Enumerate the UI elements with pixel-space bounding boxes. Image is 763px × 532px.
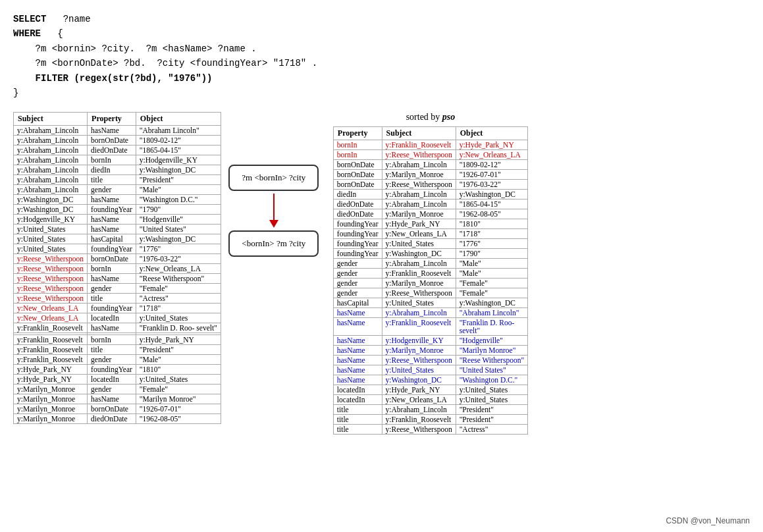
left-table-cell: locatedIn [88,375,136,385]
right-header-object: Object [456,127,527,140]
left-table-cell: title [88,345,136,355]
middle-section: ?m <bornIn> ?city <bornIn> ?m ?city [221,165,327,257]
left-table-row: y:Hyde_Park_NYlocatedIny:United_States [14,375,221,385]
right-cell-object: "Male" [456,259,527,269]
left-table-cell: "Washington D.C." [136,195,221,205]
right-cell-subject: y:Reese_Witherspoon [382,425,456,435]
sorted-label: sorted by pso [333,112,528,122]
left-table-cell: "1809-02-12" [136,136,221,146]
left-table-cell: y:United_States [136,313,221,323]
left-table-wrapper: Subject Property Object y:Abraham_Lincol… [13,112,221,424]
left-table-row: y:Hyde_Park_NYfoundingYear"1810" [14,365,221,375]
left-table-cell: title [88,175,136,185]
left-table-cell: y:New_Orleans_LA [14,304,88,313]
right-table-row: foundingYeary:New_Orleans_LA"1718" [333,229,527,239]
left-table-cell: y:Washington_DC [136,165,221,175]
right-cell-object: "President" [456,405,527,415]
left-table-cell: gender [88,385,136,394]
right-cell-object: "President" [456,415,527,425]
right-cell-object: "Female" [456,279,527,288]
left-table-cell: y:New_Orleans_LA [14,313,88,323]
right-cell-object: "1962-08-05" [456,209,527,219]
arrow-head [269,220,278,228]
left-table-cell: y:Hyde_Park_NY [136,335,221,345]
left-table-cell: hasName [88,195,136,205]
right-cell-subject: y:Marilyn_Monroe [382,279,456,288]
left-table-cell: y:Reese_Witherspoon [14,254,88,264]
left-table-cell: "Franklin D. Roo- sevelt" [136,323,221,333]
left-table-cell: y:Marilyn_Monroe [14,404,88,414]
left-table-cell: diedOnDate [88,146,136,155]
right-table-row: bornOnDatey:Marilyn_Monroe"1926-07-01" [333,170,527,180]
left-table-row: y:United_StateshasCapitaly:Washington_DC [14,234,221,244]
left-table-cell: y:Hodgenville_KY [136,155,221,165]
left-table-cell: "President" [136,175,221,185]
right-cell-property: hasName [333,375,382,385]
left-table-cell: y:Franklin_Roosevelt [14,323,88,333]
left-table-cell: y:Washington_DC [136,234,221,244]
left-table-cell: "1790" [136,205,221,215]
left-table-cell: y:Reese_Witherspoon [14,294,88,304]
left-table-cell: "President" [136,345,221,355]
left-table-row: y:Abraham_LincolndiedIny:Washington_DC [14,165,221,175]
right-table-row: diedIny:Abraham_Lincolny:Washington_DC [333,190,527,200]
right-cell-subject: y:Abraham_Lincoln [382,190,456,200]
right-cell-object: "1776" [456,239,527,249]
right-cell-object: "1790" [456,249,527,259]
right-table-row: foundingYeary:Hyde_Park_NY"1810" [333,219,527,229]
right-cell-property: diedOnDate [333,209,382,219]
arrow-line [273,194,275,220]
right-cell-property: hasName [333,346,382,356]
right-table-row: hasNamey:Abraham_Lincoln"Abraham Lincoln… [333,308,527,318]
right-cell-property: foundingYear [333,239,382,249]
left-table-cell: bornIn [88,335,136,345]
right-cell-subject: y:Franklin_Roosevelt [382,269,456,279]
left-table-row: y:Reese_Witherspoongender"Female" [14,284,221,294]
left-header-object: Object [136,113,221,126]
right-table-row: hasNamey:Hodgenville_KY"Hodgenville" [333,336,527,346]
right-cell-object: "Washington D.C." [456,375,527,385]
right-cell-property: gender [333,259,382,269]
right-cell-property: locatedIn [333,395,382,405]
left-table-row: y:Franklin_Rooseveltgender"Male" [14,355,221,365]
left-table-cell: hasName [88,274,136,284]
left-table-cell: bornOnDate [88,404,136,414]
right-cell-property: gender [333,288,382,298]
left-table-row: y:Franklin_RooseveltbornIny:Hyde_Park_NY [14,335,221,345]
left-table-cell: "Abraham Lincoln" [136,126,221,136]
left-table-cell: foundingYear [88,244,136,254]
right-cell-subject: y:Abraham_Lincoln [382,259,456,269]
left-table-cell: hasCapital [88,234,136,244]
right-cell-object: "1926-07-01" [456,170,527,180]
right-cell-object: "Franklin D. Roo-sevelt" [456,318,527,336]
right-cell-object: y:New_Orleans_LA [456,150,527,160]
query-box-bottom: <bornIn> ?m ?city [228,230,319,257]
left-table-cell: y:Marilyn_Monroe [14,394,88,404]
left-table-row: y:Marilyn_MonroehasName"Marilyn Monroe" [14,394,221,404]
left-table-cell: "1865-04-15" [136,146,221,155]
right-cell-object: "United States" [456,365,527,375]
right-cell-subject: y:Reese_Witherspoon [382,288,456,298]
right-cell-subject: y:Marilyn_Monroe [382,346,456,356]
right-cell-property: hasName [333,308,382,318]
left-table-cell: "1810" [136,365,221,375]
right-table-row: foundingYeary:United_States"1776" [333,239,527,249]
left-table-cell: "1776" [136,244,221,254]
right-cell-subject: y:Hyde_Park_NY [382,385,456,395]
right-cell-object: "1718" [456,229,527,239]
right-table-row: bornOnDatey:Abraham_Lincoln"1809-02-12" [333,160,527,170]
right-cell-property: title [333,405,382,415]
right-cell-property: hasCapital [333,298,382,308]
left-table-cell: y:Abraham_Lincoln [14,185,88,195]
code-line-6: } [13,86,750,100]
right-header-subject: Subject [382,127,456,140]
left-table-cell: "United States" [136,225,221,234]
left-header-property: Property [88,113,136,126]
right-cell-property: bornOnDate [333,160,382,170]
left-table-cell: "Female" [136,385,221,394]
right-cell-property: foundingYear [333,229,382,239]
right-table-row: locatedIny:Hyde_Park_NYy:United_States [333,385,527,395]
left-table-cell: y:United_States [14,244,88,254]
right-cell-subject: y:United_States [382,365,456,375]
left-header-subject: Subject [14,113,88,126]
